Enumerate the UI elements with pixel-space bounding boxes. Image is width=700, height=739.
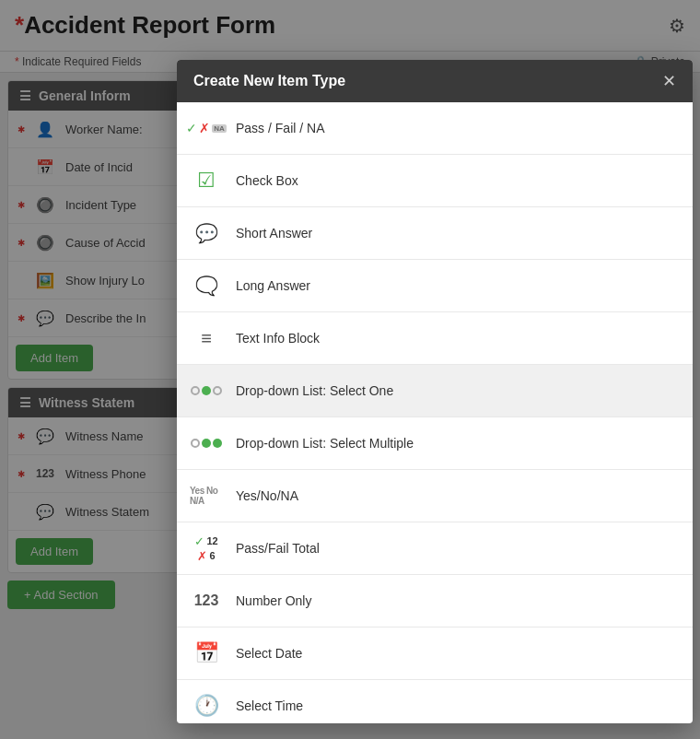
modal-title: Create New Item Type xyxy=(193,73,345,89)
modal-close-button[interactable]: ✕ xyxy=(662,73,676,89)
modal-overlay: Create New Item Type ✕ ✓ ✗ NA Pass / Fai… xyxy=(0,0,700,739)
item-type-select-time[interactable]: 🕐 Select Time xyxy=(177,680,693,723)
item-type-label: Select Time xyxy=(236,698,303,713)
item-type-yes-no-na[interactable]: Yes No N/A Yes/No/NA xyxy=(177,470,693,522)
item-type-label: Select Date xyxy=(236,646,302,661)
modal-header: Create New Item Type ✕ xyxy=(177,60,693,102)
item-type-label: Short Answer xyxy=(236,226,312,240)
dropdown-multiple-icon xyxy=(190,427,223,460)
item-type-long-answer[interactable]: 🗨️ Long Answer xyxy=(177,260,693,312)
number-only-icon: 123 xyxy=(190,584,223,617)
item-type-dropdown-select-multiple[interactable]: Drop-down List: Select Multiple xyxy=(177,417,693,470)
item-type-label: Drop-down List: Select Multiple xyxy=(236,436,414,451)
item-type-pass-fail-total[interactable]: ✓ 12 ✗ 6 Pass/Fail Total xyxy=(177,522,693,575)
item-type-label: Text Info Block xyxy=(236,331,320,346)
modal-body: ✓ ✗ NA Pass / Fail / NA ☑ Check Box xyxy=(177,102,693,723)
item-type-label: Pass / Fail / NA xyxy=(236,121,324,135)
item-type-label: Check Box xyxy=(236,173,298,188)
select-time-icon: 🕐 xyxy=(190,689,223,722)
dropdown-one-icon xyxy=(190,374,223,407)
item-type-label: Number Only xyxy=(236,593,311,608)
item-type-label: Pass/Fail Total xyxy=(236,541,320,556)
item-type-dropdown-select-one[interactable]: Drop-down List: Select One xyxy=(177,365,693,417)
create-item-type-modal: Create New Item Type ✕ ✓ ✗ NA Pass / Fai… xyxy=(177,60,693,723)
item-type-check-box[interactable]: ☑ Check Box xyxy=(177,155,693,207)
short-answer-icon: 💬 xyxy=(190,217,223,250)
item-type-text-info-block[interactable]: ≡ Text Info Block xyxy=(177,312,693,365)
pass-fail-total-icon: ✓ 12 ✗ 6 xyxy=(190,532,223,565)
item-type-number-only[interactable]: 123 Number Only xyxy=(177,575,693,628)
item-type-short-answer[interactable]: 💬 Short Answer xyxy=(177,207,693,260)
item-type-pass-fail-na[interactable]: ✓ ✗ NA Pass / Fail / NA xyxy=(177,102,693,155)
check-box-icon: ☑ xyxy=(190,164,223,197)
select-date-icon: 📅 xyxy=(190,637,223,670)
item-type-label: Yes/No/NA xyxy=(236,488,298,503)
pass-fail-na-icon: ✓ ✗ NA xyxy=(190,111,223,145)
long-answer-icon: 🗨️ xyxy=(190,269,223,302)
item-type-label: Drop-down List: Select One xyxy=(236,383,393,398)
text-info-block-icon: ≡ xyxy=(190,322,223,355)
yes-no-na-icon: Yes No N/A xyxy=(190,479,223,512)
item-type-label: Long Answer xyxy=(236,278,310,293)
item-type-select-date[interactable]: 📅 Select Date xyxy=(177,628,693,680)
